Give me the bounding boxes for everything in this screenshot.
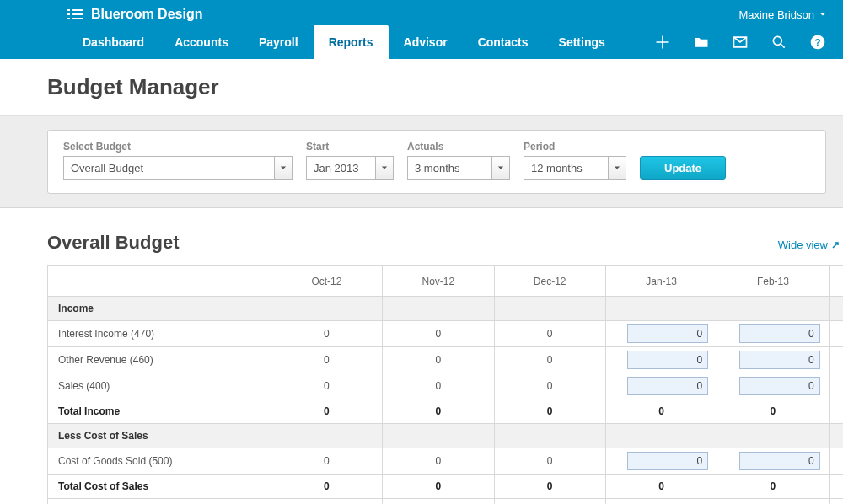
svg-rect-1 [72,9,83,11]
select-start-input[interactable] [306,156,375,180]
help-icon[interactable]: ? [809,34,826,51]
budget-cell: 0 [605,475,717,499]
budget-cell [605,373,717,399]
budget-cell-input[interactable] [627,351,708,369]
budget-cell: 0 [271,373,382,399]
empty-cell [717,424,829,448]
budget-cell: 0 [383,373,494,399]
table-row: Sales (400)000 [48,373,844,399]
empty-cell [494,297,605,321]
wide-view-label: Wide view [778,239,828,251]
expand-icon [831,241,840,249]
empty-cell [271,424,382,448]
row-label: Total Cost of Sales [48,475,271,499]
budget-cell: 0 [271,499,382,505]
budget-cell: 0 [271,347,382,373]
nav-tab-reports[interactable]: Reports [314,25,389,59]
table-row: Income [48,297,844,321]
filter-start: Start [306,141,394,180]
mail-icon[interactable] [732,34,749,51]
wide-view-link[interactable]: Wide view [778,239,840,251]
budget-cell [717,347,829,373]
user-menu[interactable]: Maxine Bridson [738,8,826,21]
select-period[interactable] [524,156,626,180]
budget-cell-input[interactable] [739,377,820,395]
filter-start-label: Start [306,141,394,153]
budget-cell: 0 [494,475,605,499]
budget-cell [605,321,717,347]
row-label: Total Income [48,399,271,424]
budget-table: Oct-12Nov-12Dec-12Jan-13Feb-13Mar-13 Inc… [47,265,843,504]
search-icon[interactable] [771,34,787,51]
svg-point-6 [773,36,781,45]
budget-cell [605,448,717,475]
page-title-bar: Budget Manager [0,59,843,116]
update-button[interactable]: Update [640,156,726,180]
table-header-month: Dec-12 [494,266,605,297]
svg-rect-2 [67,13,70,15]
svg-rect-5 [72,18,83,19]
page-title: Budget Manager [47,74,826,100]
budget-cell: 0 [383,321,494,347]
nav-tab-accounts[interactable]: Accounts [159,25,244,59]
budget-cell-input[interactable] [627,324,708,343]
select-actuals-input[interactable] [407,156,491,180]
filter-period: Period [524,141,626,180]
nav-action-icons: ? [654,34,826,51]
empty-cell [271,297,382,321]
select-start[interactable] [306,156,394,180]
row-label: Sales (400) [48,373,271,399]
budget-cell-input[interactable] [627,452,708,470]
add-icon[interactable] [654,34,671,51]
select-start-toggle[interactable] [375,156,394,180]
empty-cell [717,297,829,321]
nav-tab-settings[interactable]: Settings [544,25,620,59]
table-row: Less Cost of Sales [48,424,844,448]
budget-cell: 0 [271,475,382,499]
select-budget-input[interactable] [63,156,274,180]
budget-cell: 0 [829,499,843,505]
svg-rect-0 [67,9,70,11]
nav-tab-payroll[interactable]: Payroll [244,25,314,59]
filter-bar: Select Budget Start Actuals Period [47,130,826,194]
org-switcher[interactable]: Blueroom Design [67,7,738,22]
filter-budget-label: Select Budget [63,141,293,153]
table-row: Total Income000000 [48,399,844,424]
svg-rect-4 [67,18,70,19]
files-icon[interactable] [693,34,710,51]
budget-cell: 0 [717,475,829,499]
select-period-input[interactable] [524,156,608,180]
budget-cell: 0 [383,399,494,424]
select-actuals[interactable] [407,156,510,180]
table-row: Interest Income (470)000 [48,321,844,347]
filter-actuals: Actuals [407,141,510,180]
budget-cell: 0 [494,499,605,505]
budget-cell [717,321,829,347]
nav-tab-dashboard[interactable]: Dashboard [67,25,159,59]
budget-cell-input[interactable] [627,377,708,395]
budget-table-scroll[interactable]: Oct-12Nov-12Dec-12Jan-13Feb-13Mar-13 Inc… [47,265,843,504]
budget-cell: 0 [383,448,494,475]
list-icon [67,8,83,20]
budget-cell [605,347,717,373]
table-header-month: Mar-13 [829,266,843,297]
nav-tab-contacts[interactable]: Contacts [463,25,544,59]
row-label: Cost of Goods Sold (500) [48,448,271,475]
budget-title: Overall Budget [47,232,778,254]
select-budget-toggle[interactable] [274,156,293,180]
select-budget[interactable] [63,156,293,180]
chevron-down-icon [280,164,287,171]
empty-cell [383,424,494,448]
select-period-toggle[interactable] [608,156,626,180]
budget-cell: 0 [605,399,717,424]
budget-cell [829,347,843,373]
budget-cell-input[interactable] [739,452,820,470]
budget-cell: 0 [494,373,605,399]
budget-cell-input[interactable] [739,351,820,369]
budget-cell-input[interactable] [739,324,820,343]
budget-cell: 0 [717,499,829,505]
row-label: Less Cost of Sales [48,424,271,448]
select-actuals-toggle[interactable] [491,156,510,180]
nav-tab-advisor[interactable]: Advisor [389,25,463,59]
user-name-label: Maxine Bridson [738,8,814,21]
